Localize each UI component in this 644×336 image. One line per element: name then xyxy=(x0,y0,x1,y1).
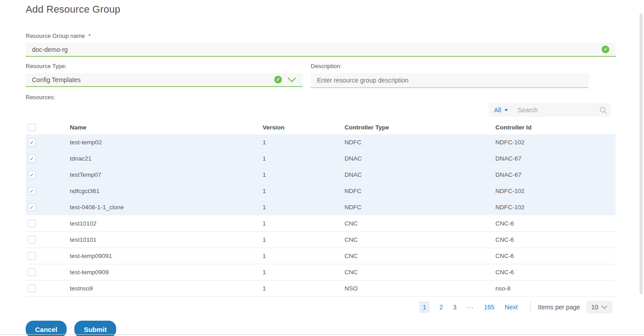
required-asterisk: * xyxy=(88,32,91,39)
cell-version: 1 xyxy=(263,139,345,146)
table-header-row: Name Version Controller Type Controller … xyxy=(26,120,616,134)
resource-type-dropdown[interactable]: Config Templates ✓ xyxy=(26,73,303,87)
page-list: 123···165 xyxy=(419,301,499,313)
cell-controller-type: CNC xyxy=(345,220,495,227)
cell-controller-id: NDFC-102 xyxy=(495,139,616,146)
items-per-page-select[interactable]: 10 xyxy=(586,301,612,313)
cancel-button[interactable]: Cancel xyxy=(26,321,67,336)
items-per-page-label: Items per page xyxy=(538,304,580,311)
cell-controller-id: DNAC-67 xyxy=(495,155,616,162)
add-resource-group-panel: Add Resource Group Resource Group name *… xyxy=(26,0,616,313)
next-page-button[interactable]: Next xyxy=(505,304,518,311)
table-row[interactable]: testnso91NSOnso-8 xyxy=(26,281,616,297)
cell-controller-type: NSO xyxy=(345,285,495,292)
cell-name: test10102 xyxy=(70,220,263,227)
page-button[interactable]: 1 xyxy=(419,301,430,313)
cell-name: tdnac21 xyxy=(70,155,263,162)
cell-version: 1 xyxy=(263,285,345,292)
description-input[interactable] xyxy=(317,77,582,84)
page-title: Add Resource Group xyxy=(26,4,616,15)
caret-down-icon xyxy=(504,109,508,111)
cell-version: 1 xyxy=(263,269,345,276)
description-field[interactable] xyxy=(311,73,589,88)
table-body: ✓test-temp021NDFCNDFC-102✓tdnac211DNACDN… xyxy=(26,134,616,297)
cell-controller-type: DNAC xyxy=(345,171,495,178)
resources-label: Resources: xyxy=(26,94,616,101)
cell-controller-id: NDFC-102 xyxy=(495,188,616,194)
row-checkbox[interactable]: ✓ xyxy=(28,138,36,146)
table-row[interactable]: ✓test-temp021NDFCNDFC-102 xyxy=(26,134,616,151)
table-row[interactable]: ✓ndfcgct3611NDFCNDFC-102 xyxy=(26,183,616,199)
cell-version: 1 xyxy=(263,236,345,243)
cell-controller-type: NDFC xyxy=(345,188,495,194)
valid-check-icon: ✓ xyxy=(274,76,282,83)
table-row[interactable]: test101011CNCCNC-6 xyxy=(26,232,616,248)
cell-version: 1 xyxy=(263,188,345,194)
cell-version: 1 xyxy=(263,171,345,178)
cell-version: 1 xyxy=(263,155,345,162)
page-button[interactable]: 165 xyxy=(484,304,494,311)
cell-name: testnso9 xyxy=(70,285,263,292)
search-input[interactable] xyxy=(518,106,599,114)
cell-controller-id: CNC-6 xyxy=(495,220,616,227)
row-checkbox[interactable] xyxy=(28,252,36,260)
cell-controller-type: CNC xyxy=(345,253,495,259)
page-button[interactable]: 3 xyxy=(453,304,457,311)
table-row[interactable]: ✓test-0408-1-1_clone1NDFCNDFC-102 xyxy=(26,199,616,216)
row-checkbox[interactable] xyxy=(28,285,36,292)
search-bar[interactable]: All xyxy=(489,103,611,117)
cell-controller-id: NDFC-102 xyxy=(495,204,616,211)
table-row[interactable]: ✓tdnac211DNACDNAC-67 xyxy=(26,151,616,167)
cell-controller-id: CNC-6 xyxy=(495,236,616,243)
row-checkbox[interactable]: ✓ xyxy=(28,171,36,179)
select-all-checkbox[interactable] xyxy=(28,124,36,131)
table-row[interactable]: test101021CNCCNC-6 xyxy=(26,216,616,232)
cell-controller-type: DNAC xyxy=(345,155,495,162)
cell-name: test-0408-1-1_clone xyxy=(70,204,263,211)
resource-group-name-field[interactable]: ✓ xyxy=(26,43,616,57)
resources-table: Name Version Controller Type Controller … xyxy=(26,120,616,297)
cell-controller-id: CNC-6 xyxy=(495,253,616,259)
chevron-down-icon[interactable] xyxy=(287,77,296,83)
search-scope-dropdown[interactable]: All xyxy=(494,106,501,114)
items-per-page-value: 10 xyxy=(591,304,599,311)
column-header-controller-type[interactable]: Controller Type xyxy=(345,124,495,131)
cell-controller-id: nso-8 xyxy=(495,285,616,292)
cell-controller-type: NDFC xyxy=(345,139,495,146)
row-checkbox[interactable]: ✓ xyxy=(28,203,36,211)
table-row[interactable]: test-temp090911CNCCNC-6 xyxy=(26,248,616,264)
table-row[interactable]: ✓testTemp071DNACDNAC-67 xyxy=(26,167,616,183)
row-checkbox[interactable] xyxy=(28,236,36,244)
row-checkbox[interactable] xyxy=(28,268,36,276)
row-checkbox[interactable] xyxy=(28,220,36,227)
cell-controller-id: DNAC-67 xyxy=(495,171,616,178)
cell-name: ndfcgct361 xyxy=(70,188,263,194)
submit-button[interactable]: Submit xyxy=(74,321,116,336)
pagination-ellipsis: ··· xyxy=(466,304,474,311)
bottom-border xyxy=(0,334,644,335)
cell-controller-id: CNC-6 xyxy=(495,269,616,276)
cell-version: 1 xyxy=(263,253,345,259)
cell-name: test10101 xyxy=(70,236,263,243)
cell-name: test-temp02 xyxy=(70,139,263,146)
cell-controller-type: CNC xyxy=(345,236,495,243)
resource-group-name-input[interactable] xyxy=(32,46,602,53)
pagination-bar: 123···165 Next Items per page 10 xyxy=(26,301,616,313)
row-checkbox[interactable]: ✓ xyxy=(28,187,36,195)
column-header-controller-id[interactable]: Controller Id xyxy=(495,124,616,131)
column-header-version[interactable]: Version xyxy=(263,124,345,131)
cell-name: test-temp09091 xyxy=(70,253,263,259)
resource-type-value: Config Templates xyxy=(32,76,274,83)
page-button[interactable]: 2 xyxy=(440,304,443,311)
cell-name: test-temp0909 xyxy=(70,269,263,276)
resource-type-label: Resource Type: xyxy=(26,63,303,69)
chevron-down-icon xyxy=(601,305,608,309)
cell-version: 1 xyxy=(263,204,345,211)
table-row[interactable]: test-temp09091CNCCNC-6 xyxy=(26,264,616,281)
valid-check-icon: ✓ xyxy=(602,46,609,53)
cell-controller-type: NDFC xyxy=(345,204,495,211)
vertical-scrollbar[interactable] xyxy=(639,14,643,294)
column-header-name[interactable]: Name xyxy=(70,124,263,131)
cell-controller-type: CNC xyxy=(345,269,495,276)
row-checkbox[interactable]: ✓ xyxy=(28,155,36,162)
